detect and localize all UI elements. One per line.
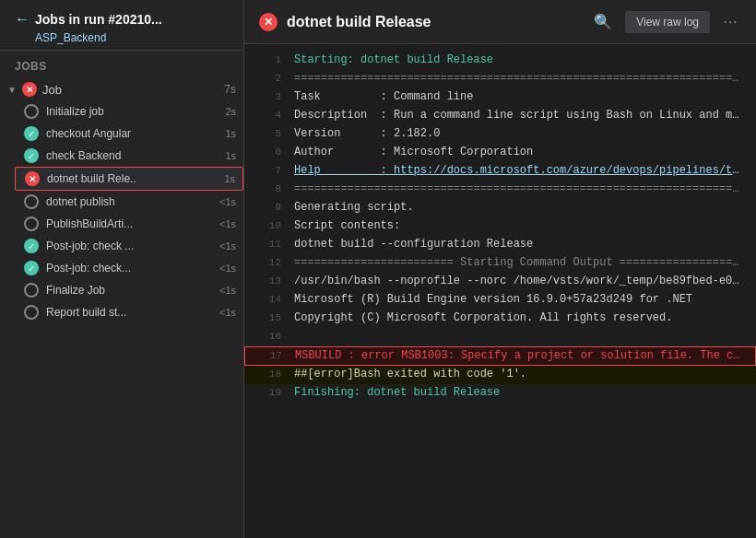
log-text: dotnet build --configuration Release (294, 236, 745, 253)
step-label: Initialize job (46, 105, 218, 118)
more-options-button[interactable]: ⋯ (719, 9, 741, 34)
step-label: checkout Angular (46, 127, 218, 140)
step-label: PublishBuildArti... (46, 217, 212, 230)
back-button[interactable]: ← Jobs in run #20210... (15, 11, 229, 28)
log-line: 14Microsoft (R) Build Engine version 16.… (244, 291, 756, 310)
log-line: 13/usr/bin/bash --noprofile --norc /home… (244, 273, 756, 291)
job-status-error-icon: ✕ (22, 82, 37, 97)
line-number: 6 (255, 144, 281, 161)
log-text: Help : https://docs.microsoft.com/azure/… (294, 162, 745, 180)
log-line: 11dotnet build --configuration Release (244, 236, 756, 254)
line-number: 9 (255, 199, 281, 216)
line-number: 2 (255, 70, 281, 88)
job-step[interactable]: ✓Post-job: check ...<1s (15, 235, 243, 257)
panel-title: dotnet build Release (287, 14, 581, 30)
pending-icon: ○ (24, 283, 39, 298)
line-number: 14 (255, 291, 281, 309)
job-group-duration: 7s (224, 83, 236, 96)
log-line: 18##[error]Bash exited with code '1'. (244, 366, 756, 384)
success-icon: ✓ (24, 261, 39, 275)
log-line: 17MSBUILD : error MSB1003: Specify a pro… (244, 346, 756, 366)
line-number: 5 (255, 125, 281, 143)
log-text: Microsoft (R) Build Engine version 16.9.… (294, 291, 745, 309)
step-duration: 1s (225, 150, 236, 161)
log-text: Copyright (C) Microsoft Corporation. All… (294, 310, 745, 327)
step-duration: <1s (219, 285, 236, 296)
job-step[interactable]: ○dotnet publish<1s (15, 191, 243, 213)
log-text: Generating script. (294, 199, 745, 216)
step-label: Post-job: check ... (46, 240, 212, 252)
log-text: MSBUILD : error MSB1003: Specify a proje… (295, 347, 744, 365)
line-number: 10 (255, 217, 281, 235)
line-number: 7 (255, 162, 281, 180)
job-step[interactable]: ○Report build st...<1s (15, 301, 243, 323)
pending-icon: ○ (24, 305, 39, 320)
pending-icon: ○ (24, 104, 39, 119)
log-content: 1Starting: dotnet build Release2========… (244, 44, 756, 538)
right-header: ✕ dotnet build Release 🔍 View raw log ⋯ (244, 0, 756, 44)
left-panel: ← Jobs in run #20210... ASP_Backend Jobs… (0, 0, 244, 538)
line-number: 1 (255, 52, 281, 69)
left-header: ← Jobs in run #20210... ASP_Backend (0, 0, 243, 51)
line-number: 17 (256, 347, 282, 365)
log-text: Finishing: dotnet build Release (294, 384, 745, 402)
job-step[interactable]: ✓check Backend1s (15, 145, 243, 167)
search-button[interactable]: 🔍 (590, 9, 616, 34)
line-number: 12 (255, 254, 281, 272)
line-number: 3 (255, 88, 281, 106)
job-step[interactable]: ○PublishBuildArti...<1s (15, 213, 243, 235)
step-duration: 1s (224, 173, 235, 184)
log-text: /usr/bin/bash --noprofile --norc /home/v… (294, 273, 745, 290)
step-duration: <1s (219, 218, 236, 229)
step-duration: 1s (225, 128, 236, 139)
job-step[interactable]: ✕dotnet build Rele..1s (15, 167, 243, 191)
line-number: 15 (255, 310, 281, 327)
job-step[interactable]: ✓checkout Angular1s (15, 123, 243, 145)
jobs-section-label: Jobs (0, 51, 243, 78)
line-number: 13 (255, 273, 281, 290)
line-number: 18 (255, 366, 281, 383)
log-text: Task : Command line (294, 88, 745, 106)
job-step[interactable]: ✓Post-job: check...<1s (15, 257, 243, 279)
job-step[interactable]: ○Finalize Job<1s (15, 279, 243, 301)
step-label: Report build st... (46, 306, 212, 319)
error-icon: ✕ (25, 171, 40, 186)
line-number: 4 (255, 107, 281, 124)
log-line: 5Version : 2.182.0 (244, 125, 756, 144)
step-duration: <1s (219, 240, 236, 251)
job-group-label: Job (42, 83, 219, 97)
job-list: ▼ ✕ Job 7s ○Initialize job2s✓checkout An… (0, 78, 243, 538)
log-line: 19Finishing: dotnet build Release (244, 384, 756, 403)
step-duration: 2s (225, 106, 236, 117)
right-panel: ✕ dotnet build Release 🔍 View raw log ⋯ … (244, 0, 756, 538)
step-label: dotnet publish (46, 195, 212, 208)
log-text: ========================================… (294, 70, 745, 88)
run-title: Jobs in run #20210... (35, 12, 162, 27)
step-label: dotnet build Rele.. (47, 172, 217, 185)
job-step[interactable]: ○Initialize job2s (15, 100, 243, 123)
log-line: 10Script contents: (244, 217, 756, 236)
log-text: Author : Microsoft Corporation (294, 144, 745, 161)
log-text: ======================== Starting Comman… (294, 254, 745, 272)
step-duration: <1s (219, 307, 236, 318)
line-number: 11 (255, 236, 281, 253)
log-line: 7Help : https://docs.microsoft.com/azure… (244, 162, 756, 181)
error-circle-icon: ✕ (259, 13, 278, 31)
run-subtitle: ASP_Backend (35, 31, 229, 44)
pending-icon: ○ (24, 216, 39, 231)
log-text: Starting: dotnet build Release (294, 52, 745, 69)
step-label: Post-job: check... (46, 262, 212, 275)
view-raw-log-button[interactable]: View raw log (625, 11, 710, 33)
step-duration: <1s (219, 263, 236, 274)
log-line: 15Copyright (C) Microsoft Corporation. A… (244, 310, 756, 328)
log-line: 9Generating script. (244, 199, 756, 217)
job-steps-list: ○Initialize job2s✓checkout Angular1s✓che… (15, 100, 243, 323)
log-text: ========================================… (294, 181, 745, 198)
log-line: 16 (244, 328, 756, 346)
step-duration: <1s (219, 196, 236, 207)
back-arrow-icon: ← (15, 11, 30, 28)
job-group-header[interactable]: ▼ ✕ Job 7s (0, 78, 243, 100)
log-text: Script contents: (294, 217, 745, 235)
step-label: Finalize Job (46, 284, 212, 297)
log-line: 4Description : Run a command line script… (244, 107, 756, 125)
